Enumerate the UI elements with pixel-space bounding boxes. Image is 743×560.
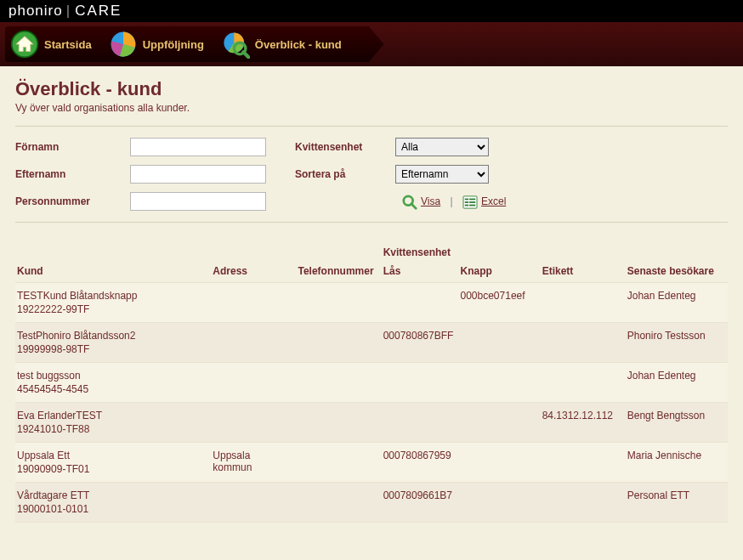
svg-line-5 xyxy=(243,52,248,57)
excel-link[interactable]: Excel xyxy=(481,195,506,207)
nav-uppfoljning[interactable]: Uppföljning xyxy=(109,30,204,59)
th-etikett: Etikett xyxy=(541,260,626,283)
cell-adress xyxy=(211,363,296,403)
cell-telefon xyxy=(296,323,381,363)
brand-separator: | xyxy=(66,3,70,20)
sortera-select[interactable]: Efternamn xyxy=(395,165,489,184)
nav-startsida[interactable]: Startsida xyxy=(10,30,92,59)
th-senaste: Senaste besökare xyxy=(626,260,728,283)
th-adress: Adress xyxy=(211,260,296,283)
cell-senaste: Personal ETT xyxy=(626,483,728,523)
cell-etikett xyxy=(541,323,626,363)
cell-telefon xyxy=(296,283,381,323)
house-icon xyxy=(10,30,39,59)
th-kund: Kund xyxy=(15,260,211,283)
cell-las: 000780867959 xyxy=(382,443,459,483)
table-row[interactable]: TESTKund Blåtandsknapp19222222-99TF000bc… xyxy=(15,283,728,323)
action-separator: | xyxy=(450,195,452,207)
search-icon xyxy=(402,195,417,210)
cell-etikett xyxy=(541,443,626,483)
brand-right: CARE xyxy=(75,3,122,20)
cell-kund: TESTKund Blåtandsknapp19222222-99TF xyxy=(15,283,211,323)
svg-rect-9 xyxy=(465,199,468,201)
cell-knapp xyxy=(458,443,540,483)
cell-knapp: 000bce071eef xyxy=(458,283,540,323)
svg-rect-11 xyxy=(465,201,468,203)
th-telefon: Telefonnummer xyxy=(296,260,381,283)
th-knapp: Knapp xyxy=(458,260,540,283)
table-row[interactable]: Eva ErlanderTEST19241010-TF8884.1312.12.… xyxy=(15,403,728,443)
cell-etikett xyxy=(541,363,626,403)
cell-senaste: Bengt Bengtsson xyxy=(626,403,728,443)
svg-rect-13 xyxy=(465,205,468,206)
cell-adress xyxy=(211,323,296,363)
cell-knapp xyxy=(458,363,540,403)
excel-icon xyxy=(462,195,478,209)
cell-las xyxy=(382,283,459,323)
cell-knapp xyxy=(458,403,540,443)
cell-kund: Eva ErlanderTEST19241010-TF88 xyxy=(15,403,211,443)
table-row[interactable]: Uppsala Ett19090909-TF01Uppsala kommun00… xyxy=(15,443,728,483)
cell-las: 0007809661B7 xyxy=(382,483,459,523)
cell-kund: test buggsson45454545-4545 xyxy=(15,363,211,403)
cell-knapp xyxy=(458,323,540,363)
cell-etikett xyxy=(541,283,626,323)
cell-senaste: Maria Jennische xyxy=(626,443,728,483)
kvittensenhet-label: Kvittensenhet xyxy=(295,141,395,153)
cell-las: 000780867BFF xyxy=(382,323,459,363)
content: Överblick - kund Vy över vald organisati… xyxy=(0,66,743,523)
cell-senaste: Johan Edenteg xyxy=(626,283,728,323)
brand-left: phoniro xyxy=(9,3,63,20)
efternamn-label: Efternamn xyxy=(15,168,130,180)
customer-table: Kvittensenhet Kund Adress Telefonnummer … xyxy=(15,238,728,523)
svg-line-7 xyxy=(411,204,416,208)
svg-rect-14 xyxy=(469,205,475,206)
fornamn-input[interactable] xyxy=(130,138,266,156)
cell-adress: Uppsala kommun xyxy=(211,443,296,483)
cell-kund: TestPhoniro Blåtandsson219999998-98TF xyxy=(15,323,211,363)
personnummer-label: Personnummer xyxy=(15,195,130,207)
cell-telefon xyxy=(296,363,381,403)
cell-telefon xyxy=(296,443,381,483)
table-row[interactable]: test buggsson45454545-4545Johan Edenteg xyxy=(15,363,728,403)
cell-senaste: Phoniro Testsson xyxy=(626,323,728,363)
pie-magnify-icon xyxy=(221,30,250,59)
cell-etikett: 84.1312.12.112 xyxy=(541,403,626,443)
pie-chart-icon xyxy=(109,30,138,59)
page-subtitle: Vy över vald organisations alla kunder. xyxy=(15,102,728,114)
nav-uppfoljning-label: Uppföljning xyxy=(143,38,204,51)
cell-kund: Uppsala Ett19090909-TF01 xyxy=(15,443,211,483)
table-row[interactable]: Vårdtagare ETT19000101-01010007809661B7P… xyxy=(15,483,728,523)
breadcrumb: Startsida Uppföljning Överblick - kund xyxy=(5,26,384,62)
cell-adress xyxy=(211,483,296,523)
fornamn-label: Förnamn xyxy=(15,141,130,153)
action-row: Visa | Excel xyxy=(395,195,506,210)
personnummer-input[interactable] xyxy=(130,192,266,211)
nav-startsida-label: Startsida xyxy=(44,38,92,51)
sortera-label: Sortera på xyxy=(295,168,395,180)
cell-las xyxy=(382,403,459,443)
nav-overblick-label: Överblick - kund xyxy=(255,38,342,51)
app-header: phoniro | CARE xyxy=(0,0,743,22)
visa-link[interactable]: Visa xyxy=(421,195,440,207)
navbar: Startsida Uppföljning Överblick - kund xyxy=(0,22,743,66)
page-title: Överblick - kund xyxy=(15,78,728,100)
cell-kund: Vårdtagare ETT19000101-0101 xyxy=(15,483,211,523)
cell-las xyxy=(382,363,459,403)
th-las: Lås xyxy=(382,260,459,283)
table-row[interactable]: TestPhoniro Blåtandsson219999998-98TF000… xyxy=(15,323,728,363)
cell-telefon xyxy=(296,403,381,443)
cell-knapp xyxy=(458,483,540,523)
svg-rect-10 xyxy=(469,199,475,201)
cell-telefon xyxy=(296,483,381,523)
cell-etikett xyxy=(541,483,626,523)
cell-adress xyxy=(211,403,296,443)
th-group-kvittens: Kvittensenhet xyxy=(382,238,626,260)
svg-rect-12 xyxy=(469,201,475,203)
kvittensenhet-select[interactable]: Alla xyxy=(395,138,489,156)
filter-panel: Förnamn Kvittensenhet Alla Efternamn Sor… xyxy=(15,126,728,223)
cell-adress xyxy=(211,283,296,323)
efternamn-input[interactable] xyxy=(130,165,266,184)
nav-overblick-kund[interactable]: Överblick - kund xyxy=(221,30,342,59)
cell-senaste: Johan Edenteg xyxy=(626,363,728,403)
